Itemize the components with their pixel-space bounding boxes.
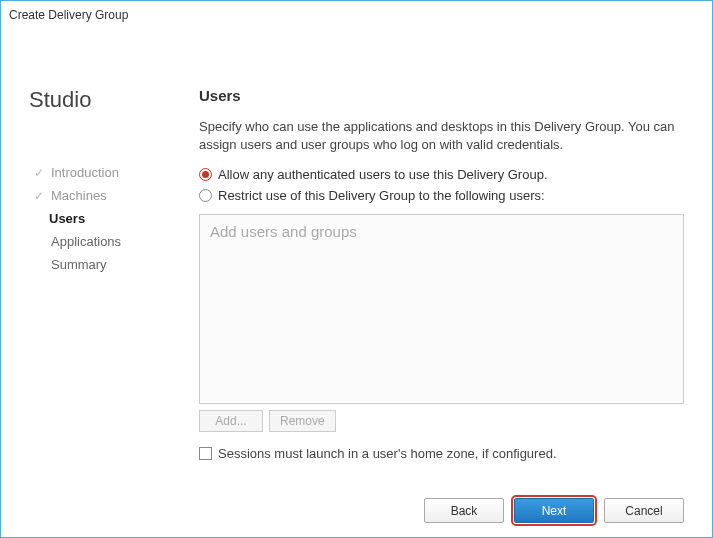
cancel-button[interactable]: Cancel — [604, 498, 684, 523]
step-applications[interactable]: Applications — [29, 230, 183, 253]
next-button[interactable]: Next — [514, 498, 594, 523]
listbox-buttons: Add... Remove — [199, 410, 684, 432]
wizard-window: Create Delivery Group Studio ✓ Introduct… — [0, 0, 713, 538]
content-area: Studio ✓ Introduction ✓ Machines Users A… — [1, 29, 712, 537]
step-label: Users — [49, 211, 85, 226]
titlebar: Create Delivery Group — [1, 1, 712, 29]
radio-icon — [199, 189, 212, 202]
radio-allow-any[interactable]: Allow any authenticated users to use thi… — [199, 164, 684, 185]
step-machines[interactable]: ✓ Machines — [29, 184, 183, 207]
main-panel: Users Specify who can use the applicatio… — [199, 49, 684, 537]
page-title: Users — [199, 87, 684, 104]
radio-restrict[interactable]: Restrict use of this Delivery Group to t… — [199, 185, 684, 206]
add-button: Add... — [199, 410, 263, 432]
check-icon: ✓ — [33, 167, 45, 179]
checkbox-icon — [199, 447, 212, 460]
radio-icon — [199, 168, 212, 181]
step-label: Applications — [51, 234, 121, 249]
radio-label: Allow any authenticated users to use thi… — [218, 167, 548, 182]
home-zone-checkbox-row[interactable]: Sessions must launch in a user's home zo… — [199, 446, 684, 461]
checkbox-label: Sessions must launch in a user's home zo… — [218, 446, 557, 461]
back-button[interactable]: Back — [424, 498, 504, 523]
listbox-placeholder: Add users and groups — [210, 223, 357, 240]
remove-button: Remove — [269, 410, 336, 432]
page-description: Specify who can use the applications and… — [199, 118, 684, 154]
check-icon: ✓ — [33, 190, 45, 202]
footer-buttons: Back Next Cancel — [424, 498, 684, 523]
step-users[interactable]: Users — [29, 207, 183, 230]
step-label: Introduction — [51, 165, 119, 180]
brand-title: Studio — [29, 87, 183, 113]
radio-label: Restrict use of this Delivery Group to t… — [218, 188, 545, 203]
users-listbox: Add users and groups — [199, 214, 684, 404]
step-list: ✓ Introduction ✓ Machines Users Applicat… — [29, 161, 183, 276]
step-label: Summary — [51, 257, 107, 272]
step-summary[interactable]: Summary — [29, 253, 183, 276]
sidebar: Studio ✓ Introduction ✓ Machines Users A… — [29, 49, 199, 537]
step-label: Machines — [51, 188, 107, 203]
step-introduction[interactable]: ✓ Introduction — [29, 161, 183, 184]
window-title: Create Delivery Group — [9, 8, 128, 22]
